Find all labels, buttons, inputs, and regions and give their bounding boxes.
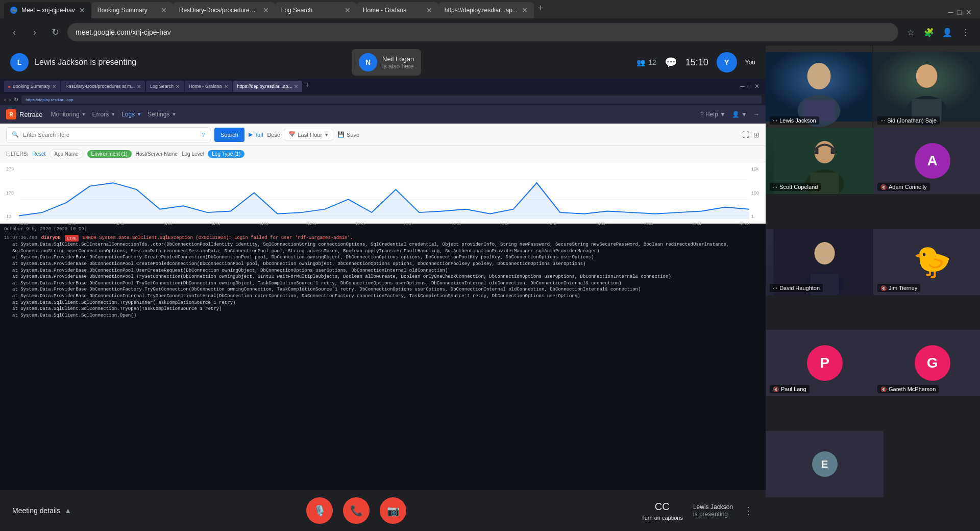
tab-close-resdiary[interactable]: ✕ <box>263 6 269 14</box>
app-name-badge[interactable]: App Name <box>50 150 83 158</box>
url-bar[interactable]: meet.google.com/xnj-cjpe-hav <box>67 23 898 41</box>
chat-icon[interactable]: 💬 <box>665 56 677 68</box>
inner-tab-4[interactable]: Home - Grafana ✕ <box>185 81 232 92</box>
inner-restore[interactable]: □ <box>748 83 751 90</box>
tab-resdiary[interactable]: ResDiary-Docs/procedures at m... ✕ <box>173 2 275 18</box>
captions-button[interactable]: CC Turn on captions <box>641 501 683 521</box>
tab-close-meet[interactable]: ✕ <box>79 6 85 14</box>
scott-name-tag: ··· Scott Copeland <box>770 183 821 191</box>
y-label-top: 279 <box>6 166 15 172</box>
logs-chevron: ▼ <box>137 112 141 117</box>
expand-btn[interactable]: ⊞ <box>753 131 760 139</box>
tab-close-grafana[interactable]: ✕ <box>426 6 432 14</box>
neil-name: Neil Logan <box>382 55 414 63</box>
inner-tab-2[interactable]: ResDiary-Docs/procedures at m... ✕ <box>61 81 145 92</box>
nav-errors[interactable]: Errors ▼ <box>92 111 115 118</box>
filters-label: FILTERS: <box>6 151 28 157</box>
y-right-mid: 100 <box>751 190 760 196</box>
x-label-14: 15:04 <box>692 222 701 226</box>
inner-forward[interactable]: › <box>9 96 11 103</box>
log-level-label: Log Level <box>182 151 204 157</box>
tab-close-deploy[interactable]: ✕ <box>522 6 528 14</box>
svg-point-19 <box>815 242 835 264</box>
desc-button[interactable]: Desc <box>267 132 280 138</box>
fullscreen-btn[interactable]: ⛶ <box>742 131 749 139</box>
monitoring-chevron: ▼ <box>82 112 86 117</box>
reset-button[interactable]: Reset <box>32 151 45 157</box>
menu-button[interactable]: ⋮ <box>958 24 974 40</box>
close-button[interactable]: ✕ <box>966 8 972 16</box>
account-btn[interactable]: 👤 ▼ <box>732 111 747 118</box>
tab-close-logsearch[interactable]: ✕ <box>345 6 351 14</box>
extensions-button[interactable]: 🧩 <box>921 24 937 40</box>
hangup-button[interactable]: 📞 <box>343 497 370 524</box>
log-output: October 9th, 2020 [2020-10-09] 15:07:36.… <box>0 224 766 490</box>
reload-button[interactable]: ↻ <box>47 24 63 40</box>
more-options-button[interactable]: ⋮ <box>743 504 753 517</box>
save-button[interactable]: 💾 Save <box>337 131 359 138</box>
log-stack-8: at System.Data.ProviderBase.DbConnection… <box>12 293 762 300</box>
inner-tab-3[interactable]: Log Search ✕ <box>146 81 184 92</box>
sid-more-icon[interactable]: ··· <box>880 117 885 124</box>
maximize-button[interactable]: □ <box>958 8 962 16</box>
new-tab-button[interactable]: + <box>534 3 548 14</box>
retrace-navbar: R Retrace Monitoring ▼ Errors ▼ <box>0 105 766 124</box>
participant-tile-lewis: ··· Lewis Jackson <box>766 46 872 128</box>
neil-status: is also here <box>382 63 414 70</box>
tab-meet[interactable]: 📹 Meet – xnj-cjpe-hav ✕ <box>4 2 91 18</box>
presenting-status: is presenting <box>693 511 728 518</box>
screen-share: ■ Booking Summary ✕ ResDiary-Docs/proced… <box>0 79 766 490</box>
meeting-details-btn[interactable]: Meeting details ▲ <box>12 506 71 515</box>
log-entry-1: 15:07:36.468 diaryDB LIVE ERROR System.D… <box>4 235 762 242</box>
x-label-15: 15:08 <box>740 222 749 226</box>
tail-button[interactable]: ▶ Tail <box>249 131 263 138</box>
tab-title-booking: Booking Summary <box>97 7 157 14</box>
forward-button[interactable]: › <box>27 24 43 40</box>
help-btn[interactable]: ? Help ▼ <box>700 111 726 118</box>
tab-title-deploy: https://deploy.resdiar...ap... <box>445 7 518 14</box>
inner-back[interactable]: ‹ <box>4 96 6 103</box>
nav-logs[interactable]: Logs ▼ <box>121 111 141 118</box>
tab-close-booking[interactable]: ✕ <box>161 6 167 14</box>
inner-url-field[interactable]: https://deploy.resdiar...app <box>21 95 762 104</box>
inner-tab-5[interactable]: https://deploy.resdiar...ap... ✕ <box>233 81 302 92</box>
participant-count[interactable]: 👥 12 <box>636 58 656 66</box>
inner-browser-urlbar: ‹ › ↻ https://deploy.resdiar...app <box>0 94 766 105</box>
inner-close[interactable]: ✕ <box>754 83 760 90</box>
time-display: 15:10 <box>685 57 708 68</box>
search-button[interactable]: Search <box>214 128 244 142</box>
search-icon: 🔍 <box>12 131 19 138</box>
chart-area: 279 176 13 <box>0 162 766 224</box>
minimize-button[interactable]: ─ <box>948 8 953 16</box>
scott-more-icon[interactable]: ··· <box>773 184 777 190</box>
nav-settings[interactable]: Settings ▼ <box>148 111 176 118</box>
presenting-title: Lewis Jackson is presenting <box>35 58 136 67</box>
david-more-icon[interactable]: ··· <box>773 285 777 291</box>
video-off-button[interactable]: 📷 <box>380 497 406 524</box>
lewis-more-icon[interactable]: ··· <box>773 117 777 124</box>
time-selector[interactable]: 📅 Last Hour ▼ <box>284 129 333 140</box>
nav-more[interactable]: → <box>753 111 760 118</box>
adam-name-tag: 🔇 Adam Connelly <box>877 183 930 191</box>
inner-tab-1[interactable]: ■ Booking Summary ✕ <box>4 81 60 92</box>
inner-minimize[interactable]: ─ <box>740 83 745 90</box>
search-box: 🔍 Enter Search Here ? <box>6 127 210 142</box>
people-icon: 👥 <box>636 58 645 66</box>
retrace-toolbar: 🔍 Enter Search Here ? Search ▶ Tail Desc… <box>0 124 766 146</box>
live-badge: LIVE <box>65 235 79 242</box>
profile-button[interactable]: 👤 <box>939 24 955 40</box>
tab-grafana[interactable]: Home - Grafana ✕ <box>357 2 438 18</box>
svg-rect-14 <box>815 148 819 154</box>
env-badge[interactable]: Environment (1) <box>87 150 132 158</box>
self-avatar[interactable]: Y <box>717 52 737 73</box>
back-button[interactable]: ‹ <box>6 24 22 40</box>
tab-booking[interactable]: Booking Summary ✕ <box>91 2 173 18</box>
tab-logsearch[interactable]: Log Search ✕ <box>275 2 357 18</box>
participant-tile-adam: A 🔇 Adam Connelly ··· <box>873 128 980 194</box>
mute-button[interactable]: 🎙️ <box>306 497 333 524</box>
inner-reload[interactable]: ↻ <box>14 96 18 103</box>
log-type-badge[interactable]: Log Type (1) <box>208 150 244 158</box>
tab-deploy[interactable]: https://deploy.resdiar...ap... ✕ <box>438 2 534 18</box>
nav-monitoring[interactable]: Monitoring ▼ <box>51 111 86 118</box>
bookmark-button[interactable]: ☆ <box>902 24 919 40</box>
